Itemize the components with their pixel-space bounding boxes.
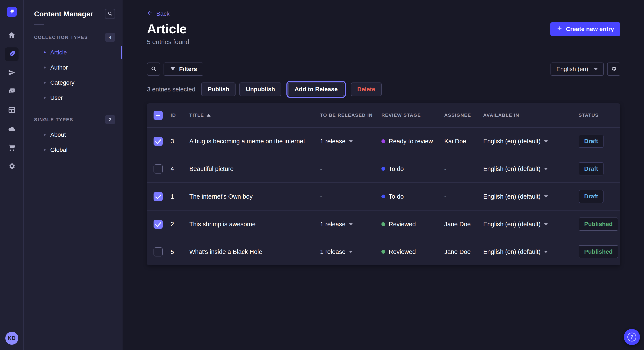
rail-item-content-type-builder[interactable] (5, 104, 18, 117)
row-title: This shrimp is awesome (189, 221, 320, 228)
rail-item-marketplace[interactable] (5, 141, 18, 155)
chevron-down-icon (544, 195, 548, 198)
select-all-checkbox[interactable] (154, 111, 163, 120)
column-header-available-in[interactable]: AVAILABLE IN (483, 113, 578, 118)
row-locale-dropdown[interactable]: English (en) (default) (483, 138, 578, 145)
sidebar-item-label: About (50, 131, 66, 138)
entries-count: 5 entries found (147, 38, 620, 45)
sidebar-item-about[interactable]: About (24, 127, 122, 142)
rail-item-releases[interactable] (5, 66, 18, 80)
column-header-id[interactable]: ID (170, 113, 189, 118)
rail-item-settings[interactable] (5, 160, 18, 173)
row-assignee: Kai Doe (444, 138, 483, 145)
chevron-down-icon (544, 140, 548, 143)
filters-button[interactable]: Filters (164, 62, 204, 76)
row-locale-dropdown[interactable]: English (en) (default) (483, 193, 578, 200)
status-badge: Published (578, 245, 618, 258)
sidebar-item-global[interactable]: Global (24, 142, 122, 157)
row-locale-dropdown[interactable]: English (en) (default) (483, 221, 578, 228)
rail-item-deploy[interactable] (5, 122, 18, 136)
publish-button[interactable]: Publish (201, 82, 236, 96)
row-checkbox[interactable] (154, 164, 163, 174)
create-new-entry-button[interactable]: Create new entry (550, 22, 620, 36)
section-label: COLLECTION TYPES (34, 35, 88, 40)
help-button[interactable]: ? (624, 329, 640, 345)
rail-item-home[interactable] (5, 29, 18, 42)
view-settings-button[interactable] (607, 62, 620, 76)
bullet-icon (44, 97, 46, 99)
back-link[interactable]: Back (147, 10, 170, 18)
row-title: What's inside a Black Hole (189, 248, 320, 255)
stage-label: To do (389, 193, 404, 200)
row-title: Beautiful picture (189, 166, 320, 173)
row-release-dropdown[interactable]: 1 release (320, 248, 382, 255)
bullet-icon (44, 67, 46, 68)
row-checkbox[interactable] (154, 220, 163, 229)
strapi-logo-icon (8, 8, 15, 15)
unpublish-button[interactable]: Unpublish (239, 82, 281, 96)
column-header-release[interactable]: TO BE RELEASED IN (320, 113, 382, 118)
sort-asc-icon (206, 114, 210, 117)
add-to-release-button[interactable]: Add to Release (288, 82, 344, 96)
images-icon (8, 87, 16, 96)
release-value: 1 release (320, 248, 346, 255)
column-header-title[interactable]: TITLE (189, 113, 320, 118)
locale-select[interactable]: English (en) (550, 62, 604, 76)
column-header-status[interactable]: STATUS (578, 113, 620, 118)
logo-area (0, 0, 24, 24)
row-id: 2 (170, 221, 189, 228)
table-row[interactable]: 5 What's inside a Black Hole 1 release R… (147, 238, 620, 265)
sidebar-item-author[interactable]: Author (24, 60, 122, 75)
section-count-badge: 4 (105, 33, 115, 42)
selection-count: 3 entries selected (147, 86, 195, 93)
rail-item-content-manager[interactable] (5, 47, 18, 61)
row-assignee: Jane Doe (444, 248, 483, 255)
home-icon (8, 31, 16, 40)
locale-value: English (en) (default) (483, 221, 540, 228)
row-locale-dropdown[interactable]: English (en) (default) (483, 248, 578, 255)
table-row[interactable]: 2 This shrimp is awesome 1 release Revie… (147, 210, 620, 238)
sidebar-item-user[interactable]: User (24, 90, 122, 105)
table-row[interactable]: 3 A bug is becoming a meme on the intern… (147, 127, 620, 155)
sidebar-search-button[interactable] (105, 9, 115, 19)
row-title: The internet's Own boy (189, 193, 320, 200)
sidebar-item-category[interactable]: Category (24, 75, 122, 90)
release-value: 1 release (320, 138, 346, 145)
locale-value: English (en) (default) (483, 166, 540, 173)
strapi-logo[interactable] (7, 7, 17, 17)
table-row[interactable]: 1 The internet's Own boy - To do - Engli… (147, 182, 620, 210)
table-row[interactable]: 4 Beautiful picture - To do - English (e… (147, 155, 620, 182)
toolbar: Filters English (en) (147, 62, 620, 76)
row-checkbox[interactable] (154, 192, 163, 201)
arrow-left-icon (147, 10, 153, 18)
bullet-icon (44, 149, 46, 151)
stage-dot-icon (382, 139, 385, 143)
feather-icon (8, 50, 16, 58)
gear-icon (611, 66, 617, 72)
chevron-down-icon (349, 223, 353, 225)
row-release-dropdown: - (320, 193, 382, 200)
bullet-icon (44, 51, 46, 53)
row-assignee: - (444, 193, 483, 200)
row-release-dropdown: - (320, 166, 382, 173)
sidebar-item-article[interactable]: Article (24, 45, 122, 60)
rail-item-media-library[interactable] (5, 85, 18, 98)
user-avatar[interactable]: KD (5, 332, 18, 345)
stage-label: To do (389, 166, 404, 173)
column-header-assignee[interactable]: ASSIGNEE (444, 113, 483, 118)
chevron-down-icon (544, 251, 548, 253)
search-entries-button[interactable] (147, 62, 160, 76)
row-checkbox[interactable] (154, 137, 163, 146)
row-locale-dropdown[interactable]: English (en) (default) (483, 166, 578, 173)
sidebar-item-label: User (50, 94, 63, 101)
row-checkbox[interactable] (154, 247, 163, 256)
sidebar-divider (34, 24, 44, 25)
chevron-down-icon (544, 223, 548, 225)
main-content: Back Article Create new entry 5 entries … (122, 0, 644, 350)
delete-button[interactable]: Delete (351, 82, 382, 96)
question-circle-icon: ? (628, 333, 636, 342)
column-header-review-stage[interactable]: REVIEW STAGE (382, 113, 444, 118)
row-release-dropdown[interactable]: 1 release (320, 221, 382, 228)
row-assignee: - (444, 166, 483, 173)
row-release-dropdown[interactable]: 1 release (320, 138, 382, 145)
